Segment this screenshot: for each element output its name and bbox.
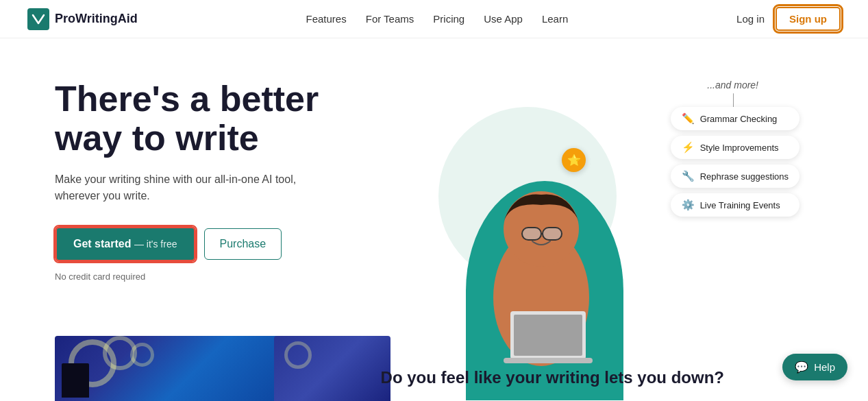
no-credit-text: No credit card required	[55, 271, 425, 282]
svg-rect-3	[522, 228, 541, 240]
hero-title: There's a better way to write	[55, 80, 425, 158]
chip-training: ⚙️ Live Training Events	[671, 193, 799, 217]
chip-rephrase-label: Rephrase suggestions	[700, 171, 789, 182]
hero-buttons: Get started — it's free Purchase	[55, 226, 425, 262]
hero-subtitle: Make your writing shine with our all-in-…	[55, 171, 425, 204]
training-icon: ⚙️	[682, 199, 695, 211]
purchase-button[interactable]: Purchase	[204, 228, 282, 260]
logo[interactable]: ProWritingAid	[27, 8, 138, 30]
bottom-strip: Do you feel like your writing lets you d…	[0, 332, 868, 401]
chip-style: ⚡ Style Improvements	[671, 136, 799, 159]
and-more-label: ...and more!	[707, 80, 758, 90]
get-started-button[interactable]: Get started — it's free	[55, 226, 196, 262]
bottom-question: Do you feel like your writing lets you d…	[381, 368, 724, 387]
hero-left: There's a better way to write Make your …	[55, 66, 425, 282]
bottom-question-area: Do you feel like your writing lets you d…	[381, 368, 724, 387]
logo-icon	[27, 8, 49, 30]
grammar-icon: ✏️	[682, 112, 695, 125]
get-started-label: Get started	[73, 238, 131, 250]
help-button[interactable]: 💬 Help	[782, 354, 847, 380]
chip-style-label: Style Improvements	[700, 143, 779, 153]
nav-features[interactable]: Features	[306, 13, 347, 25]
nav-links: Features For Teams Pricing Use App Learn	[306, 13, 569, 25]
star-badge: ⭐	[562, 148, 586, 172]
svg-rect-0	[27, 8, 49, 30]
svg-rect-4	[543, 228, 562, 240]
chip-training-label: Live Training Events	[700, 200, 780, 210]
chip-rephrase: 🔧 Rephrase suggestions	[671, 165, 799, 188]
painting-area	[55, 336, 281, 401]
style-icon: ⚡	[682, 141, 695, 154]
painting2-area	[274, 336, 390, 401]
rephrase-icon: 🔧	[682, 170, 695, 182]
hero-title-line1: There's a better	[55, 79, 319, 119]
help-label: Help	[814, 361, 835, 373]
chat-icon: 💬	[795, 361, 808, 374]
chip-grammar: ✏️ Grammar Checking	[671, 107, 799, 130]
logo-text: ProWritingAid	[55, 12, 138, 26]
hero-title-line2: way to write	[55, 118, 259, 158]
nav-use-app[interactable]: Use App	[484, 13, 523, 25]
get-started-suffix: — it's free	[134, 239, 177, 250]
nav-for-teams[interactable]: For Teams	[366, 13, 414, 25]
nav-pricing[interactable]: Pricing	[433, 13, 464, 25]
feature-chips: ✏️ Grammar Checking ⚡ Style Improvements…	[671, 107, 799, 217]
signup-button[interactable]: Sign up	[776, 7, 841, 31]
navbar: ProWritingAid Features For Teams Pricing…	[0, 0, 868, 38]
nav-actions: Log in Sign up	[736, 7, 841, 31]
chip-grammar-label: Grammar Checking	[700, 114, 778, 124]
login-link[interactable]: Log in	[736, 13, 765, 25]
nav-learn[interactable]: Learn	[542, 13, 568, 25]
